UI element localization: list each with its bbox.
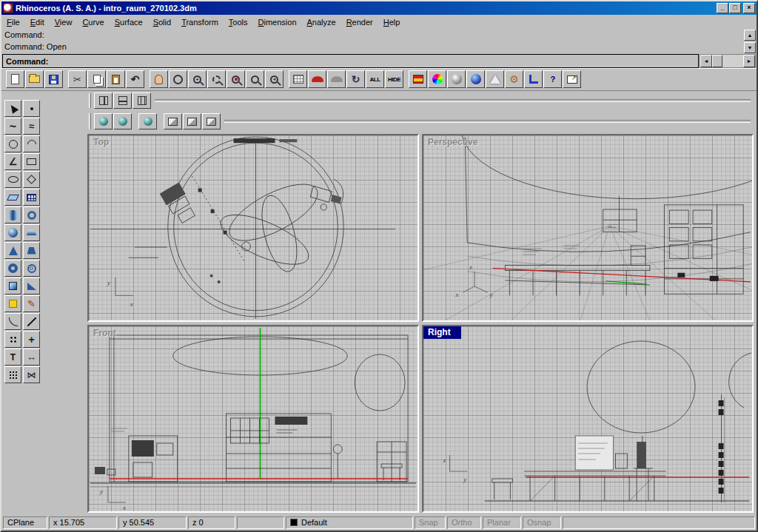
- command-input[interactable]: Command:: [2, 54, 699, 68]
- hide-objects-button[interactable]: HIDE: [385, 70, 403, 88]
- menu-transform[interactable]: Transform: [176, 16, 224, 28]
- rectangle-tool[interactable]: [23, 153, 40, 170]
- scroll-track[interactable]: [712, 55, 743, 67]
- ellipse-tool[interactable]: [4, 171, 21, 188]
- menu-render[interactable]: Render: [341, 16, 378, 28]
- front-viewport-canvas[interactable]: y x: [89, 326, 417, 511]
- array-tool[interactable]: [4, 331, 21, 348]
- menu-help[interactable]: Help: [378, 16, 406, 28]
- help-button[interactable]: ?: [543, 70, 562, 88]
- pan-view-button[interactable]: [150, 70, 168, 88]
- surface-grid-tool[interactable]: [23, 189, 40, 206]
- sphere-tool[interactable]: [4, 224, 21, 241]
- scroll-left-button[interactable]: ◄: [700, 55, 712, 67]
- ortho-toggle[interactable]: Ortho: [447, 516, 481, 529]
- viewport-front[interactable]: y x Front: [87, 325, 419, 513]
- pipe-tool[interactable]: [23, 260, 40, 277]
- box-tool[interactable]: [4, 277, 21, 294]
- cut-button[interactable]: [68, 70, 87, 88]
- osnap-toggle[interactable]: Osnap: [523, 516, 561, 529]
- arc-tool[interactable]: [23, 135, 40, 152]
- wedge-tool[interactable]: [23, 277, 40, 294]
- copy-button[interactable]: [87, 70, 106, 88]
- save-file-button[interactable]: [44, 70, 63, 88]
- menu-tools[interactable]: Tools: [224, 16, 253, 28]
- viewport-layout-button-2[interactable]: [113, 92, 132, 109]
- menu-file[interactable]: File: [1, 16, 25, 28]
- open-file-button[interactable]: [25, 70, 44, 88]
- grid-snap-button[interactable]: [289, 70, 307, 88]
- command-window-button[interactable]: [563, 70, 581, 88]
- menu-solid[interactable]: Solid: [148, 16, 176, 28]
- circle-tool[interactable]: [4, 135, 21, 152]
- display-mode-button-3[interactable]: [138, 113, 157, 129]
- layer-indicator[interactable]: Default: [286, 516, 413, 529]
- point-tool[interactable]: [23, 100, 40, 117]
- fillet-tool[interactable]: [4, 313, 21, 330]
- new-file-button[interactable]: [6, 70, 24, 88]
- menu-dimension[interactable]: Dimension: [253, 16, 302, 28]
- color-wheel-button[interactable]: [428, 70, 446, 88]
- render-preview-button[interactable]: [447, 70, 466, 88]
- scroll-down-button[interactable]: ▼: [744, 42, 756, 53]
- plane-tool[interactable]: [4, 189, 21, 206]
- tube-tool[interactable]: [23, 206, 40, 223]
- planar-toggle[interactable]: Planar: [483, 516, 521, 529]
- viewport-config-button-3[interactable]: [202, 113, 221, 129]
- display-mode-button-2[interactable]: [113, 113, 132, 129]
- measure-button[interactable]: [524, 70, 543, 88]
- render-button[interactable]: [466, 70, 485, 88]
- command-horizontal-scrollbar[interactable]: ◄ ►: [700, 54, 756, 68]
- menu-view[interactable]: View: [50, 16, 78, 28]
- grid-array-tool[interactable]: [4, 366, 21, 383]
- paste-button[interactable]: [107, 70, 125, 88]
- toolbar-grip-1[interactable]: [89, 93, 91, 107]
- zoom-window-button[interactable]: [207, 70, 226, 88]
- perspective-viewport-canvas[interactable]: z x y: [423, 135, 752, 320]
- cone-tool[interactable]: [4, 242, 21, 259]
- layer-tool[interactable]: [4, 295, 21, 312]
- shade-view-button[interactable]: [308, 70, 326, 88]
- snap-toggle[interactable]: Snap: [415, 516, 446, 529]
- text-tool[interactable]: T: [4, 349, 21, 366]
- zoom-selected-button[interactable]: [227, 70, 245, 88]
- layers-button[interactable]: [409, 70, 427, 88]
- viewport-config-button-1[interactable]: [164, 113, 182, 129]
- title-bar[interactable]: Rhinoceros (A. S. A.) - intro_raum_27010…: [1, 1, 757, 15]
- viewport-config-button-2[interactable]: [183, 113, 201, 129]
- dimension-tool[interactable]: [23, 349, 40, 366]
- annotate-tool[interactable]: [23, 295, 40, 312]
- truncated-cone-tool[interactable]: [23, 242, 40, 259]
- right-viewport-canvas[interactable]: z y: [423, 326, 752, 511]
- menu-curve[interactable]: Curve: [77, 16, 109, 28]
- cylinder-tool[interactable]: [4, 206, 21, 223]
- cplane-button[interactable]: CPlane: [3, 516, 47, 529]
- zoom-extents-all-button[interactable]: ALL: [366, 70, 384, 88]
- display-mode-button-1[interactable]: [94, 113, 113, 129]
- interpolate-curve-tool[interactable]: [23, 118, 40, 135]
- viewport-layout-button-3[interactable]: [133, 92, 151, 109]
- menu-analyze[interactable]: Analyze: [302, 16, 341, 28]
- ghosted-view-button[interactable]: [327, 70, 346, 88]
- set-view-button[interactable]: [346, 70, 365, 88]
- viewport-layout-button-1[interactable]: [94, 92, 113, 109]
- undo-button[interactable]: [126, 70, 144, 88]
- select-tool[interactable]: [4, 100, 21, 117]
- viewport-perspective-label[interactable]: Perspective: [426, 137, 479, 147]
- scroll-right-button[interactable]: ►: [743, 55, 755, 67]
- zoom-dynamic-button[interactable]: [188, 70, 207, 88]
- menu-edit[interactable]: Edit: [25, 16, 50, 28]
- toolbar-grip-2[interactable]: [89, 113, 91, 129]
- command-history-scrollbar[interactable]: ▲ ▼: [744, 30, 756, 53]
- scroll-thumb[interactable]: [712, 55, 722, 67]
- app-icon[interactable]: [3, 3, 13, 13]
- torus-tool[interactable]: [4, 260, 21, 277]
- mirror-tool[interactable]: [23, 366, 40, 383]
- rotate-view-button[interactable]: [169, 70, 187, 88]
- chamfer-tool[interactable]: [23, 313, 40, 330]
- maximize-button[interactable]: □: [729, 3, 741, 13]
- viewport-top-label[interactable]: Top: [92, 137, 110, 147]
- polygon-tool[interactable]: [23, 171, 40, 188]
- menu-surface[interactable]: Surface: [110, 16, 148, 28]
- viewport-perspective[interactable]: z x y Perspective: [422, 134, 754, 322]
